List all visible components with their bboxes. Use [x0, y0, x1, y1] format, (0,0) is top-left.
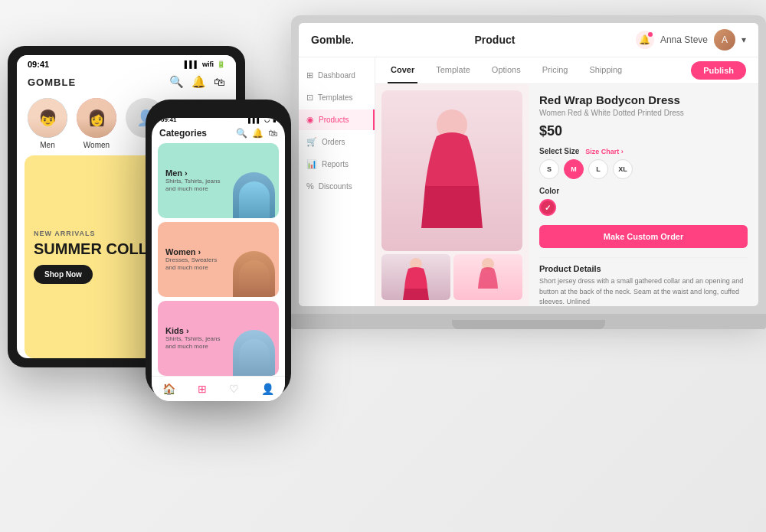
phone-search-icon[interactable]: 🔍 [236, 128, 247, 139]
product-title: Red Wrap Bodycon Dress [539, 93, 748, 106]
phone-section-title: Categories [159, 128, 207, 139]
user-avatar: A [714, 29, 735, 51]
size-xl[interactable]: XL [613, 159, 633, 179]
tab-options[interactable]: Options [489, 57, 524, 83]
phone-header-actions: 🔍 🔔 🛍 [236, 128, 277, 139]
phone-nav-heart[interactable]: ♡ [229, 383, 239, 395]
avatar-item-men[interactable]: 👦 Men [28, 98, 67, 149]
women-face: 👩 [77, 98, 116, 138]
sidebar-label-orders: Orders [322, 138, 345, 146]
color-options: ✓ [539, 199, 748, 216]
orders-icon: 🛒 [306, 137, 317, 147]
battery-icon: 🔋 [217, 60, 225, 68]
sidebar-item-dashboard[interactable]: ⊞ Dashboard [299, 65, 375, 86]
product-details-title: Product Details [539, 264, 748, 273]
dress-svg [414, 109, 490, 232]
sidebar-item-discounts[interactable]: % Discounts [299, 176, 375, 196]
product-subtitle: Women Red & White Dotted Printed Dress [539, 109, 748, 117]
scene: 09:41 ▌▌▌ wifi 🔋 GOMBLE 🔍 🔔 🛍 👦 [0, 0, 766, 532]
sidebar-item-products[interactable]: ◉ Products [299, 109, 375, 130]
category-men[interactable]: Men › Shirts, Tshirts, jeans and much mo… [158, 143, 279, 218]
laptop-content: ⊞ Dashboard ⊡ Templates ◉ Products 🛒 [299, 57, 758, 306]
sidebar-label-dashboard: Dashboard [318, 71, 355, 80]
custom-order-button[interactable]: Make Custom Order [539, 225, 748, 248]
search-icon[interactable]: 🔍 [169, 75, 184, 89]
laptop-sidebar: ⊞ Dashboard ⊡ Templates ◉ Products 🛒 [299, 57, 375, 306]
laptop-tabs: Cover Template Options Pricing Shipping … [375, 57, 758, 84]
phone-bell-icon[interactable]: 🔔 [252, 128, 264, 139]
laptop-base [291, 314, 766, 329]
tablet-status-icons: ▌▌▌ wifi 🔋 [185, 60, 225, 68]
products-icon: ◉ [306, 115, 314, 125]
size-m[interactable]: M [564, 159, 584, 179]
tablet-logo: GOMBLE [28, 77, 76, 88]
phone-categories: Men › Shirts, Tshirts, jeans and much mo… [152, 143, 285, 376]
category-women-image [233, 251, 275, 297]
bag-icon[interactable]: 🛍 [214, 75, 225, 89]
color-red-swatch[interactable]: ✓ [539, 199, 556, 216]
product-details-panel: Red Wrap Bodycon Dress Women Red & White… [529, 84, 758, 306]
phone-nav-grid[interactable]: ⊞ [198, 383, 207, 395]
category-men-info: Men › Shirts, Tshirts, jeans and much mo… [165, 168, 227, 194]
product-thumb-1[interactable] [381, 254, 450, 300]
phone-screen: 09:41 ▌▌▌ ◡ ▮ Categories 🔍 🔔 🛍 Me [152, 118, 285, 401]
bell-notification-dot [648, 32, 653, 37]
bell-icon[interactable]: 🔔 [192, 75, 206, 89]
phone-notch [199, 107, 237, 118]
phone-nav-home[interactable]: 🏠 [162, 383, 175, 395]
sidebar-label-reports: Reports [322, 160, 349, 168]
product-thumb-row [381, 254, 522, 300]
tab-template[interactable]: Template [433, 57, 473, 83]
phone-signal-icon: ▌▌▌ [248, 118, 261, 123]
laptop-bell-icon[interactable]: 🔔 [636, 31, 654, 49]
laptop-body: Gomble. Product 🔔 Anna Steve A ▾ [291, 15, 766, 314]
laptop-main-panel: Cover Template Options Pricing Shipping … [375, 57, 758, 306]
tablet-header-actions: 🔍 🔔 🛍 [169, 75, 225, 89]
product-details-section: Product Details Short jersey dress with … [539, 257, 748, 306]
publish-button[interactable]: Publish [691, 61, 746, 80]
men-avatar: 👦 [28, 98, 67, 138]
category-women-sub: Dresses, Sweaters and much more [165, 256, 227, 273]
sidebar-item-templates[interactable]: ⊡ Templates [299, 87, 375, 108]
laptop-titlebar: Gomble. Product 🔔 Anna Steve A ▾ [299, 23, 758, 57]
phone-nav-profile[interactable]: 👤 [261, 383, 274, 395]
category-women-info: Women › Dresses, Sweaters and much more [165, 247, 227, 273]
product-thumb-2[interactable] [453, 254, 522, 300]
tab-shipping[interactable]: Shipping [586, 57, 625, 83]
category-men-name: Men › [165, 168, 227, 178]
category-women-name: Women › [165, 247, 227, 256]
laptop-product-view: Red Wrap Bodycon Dress Women Red & White… [375, 84, 758, 306]
phone-bag-icon[interactable]: 🛍 [268, 128, 277, 139]
category-men-sub: Shirts, Tshirts, jeans and much more [165, 178, 227, 194]
signal-icon: ▌▌▌ [185, 60, 199, 68]
avatar-item-women[interactable]: 👩 Women [77, 98, 116, 149]
laptop-screen: Gomble. Product 🔔 Anna Steve A ▾ [299, 23, 758, 306]
sidebar-item-orders[interactable]: 🛒 Orders [299, 132, 375, 152]
category-kids[interactable]: Kids › Shirts, Tshirts, jeans and much m… [158, 301, 279, 376]
tablet-header: GOMBLE 🔍 🔔 🛍 [17, 72, 236, 95]
category-kids-image [233, 330, 275, 376]
laptop-app-name: Gomble. [311, 34, 354, 46]
laptop-user-area: 🔔 Anna Steve A ▾ [636, 29, 746, 51]
laptop-device: Gomble. Product 🔔 Anna Steve A ▾ [291, 15, 766, 344]
category-kids-name: Kids › [165, 326, 227, 335]
product-main-image [381, 90, 522, 251]
phone-time: 09:41 [161, 118, 176, 123]
sidebar-item-reports[interactable]: 📊 Reports [299, 154, 375, 175]
category-kids-sub: Shirts, Tshirts, jeans and much more [165, 335, 227, 351]
user-dropdown-icon[interactable]: ▾ [741, 34, 746, 45]
tab-pricing[interactable]: Pricing [539, 57, 571, 83]
phone-navigation: 🏠 ⊞ ♡ 👤 [152, 376, 285, 401]
tab-cover[interactable]: Cover [388, 57, 417, 83]
men-label: Men [40, 141, 54, 149]
size-s[interactable]: S [539, 159, 559, 179]
size-chart-link[interactable]: Size Chart › [585, 148, 624, 155]
size-options: S M L XL [539, 159, 748, 179]
sidebar-label-templates: Templates [318, 93, 353, 102]
sidebar-label-products: Products [319, 116, 349, 124]
size-l[interactable]: L [588, 159, 608, 179]
shop-now-button[interactable]: Shop Now [34, 265, 93, 284]
laptop-section-name: Product [475, 34, 516, 46]
category-women[interactable]: Women › Dresses, Sweaters and much more [158, 222, 279, 297]
product-images-panel [375, 84, 529, 306]
